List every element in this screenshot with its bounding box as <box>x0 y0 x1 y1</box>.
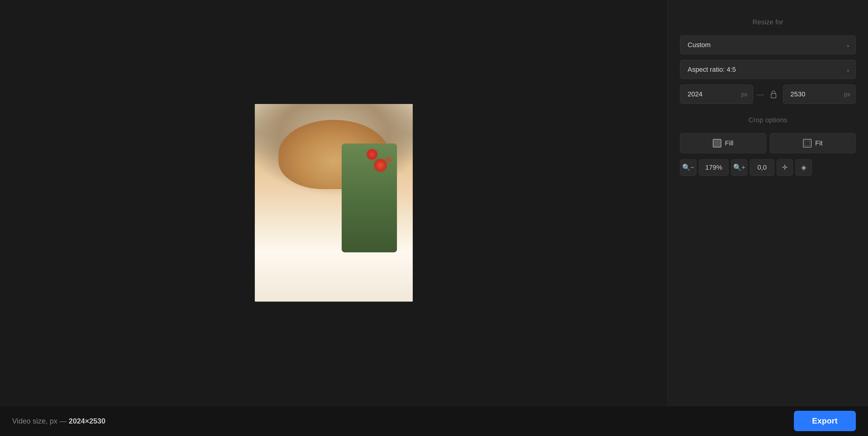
zoom-out-icon: 🔍− <box>682 164 694 172</box>
fill-color-icon: ◈ <box>801 164 806 172</box>
dimension-separator: — <box>757 90 764 98</box>
export-button[interactable]: Export <box>794 411 856 431</box>
photo-content <box>255 104 413 301</box>
canvas-area <box>0 0 668 406</box>
crop-options-label: Crop options <box>680 116 856 124</box>
custom-dropdown-wrapper: Custom Instagram Post Instagram Story Tw… <box>680 35 856 54</box>
fit-button[interactable]: Fit <box>770 133 856 153</box>
move-button[interactable]: ✛ <box>777 159 793 176</box>
aspect-ratio-wrapper: Aspect ratio: 4:5 1:1 16:9 9:16 4:3 3:4 … <box>680 60 856 79</box>
width-input-wrapper: px <box>680 85 753 104</box>
resize-preset-select[interactable]: Custom Instagram Post Instagram Story Tw… <box>680 35 856 54</box>
zoom-in-button[interactable]: 🔍+ <box>731 159 747 176</box>
height-input[interactable] <box>783 85 856 104</box>
image-preview <box>255 104 413 301</box>
controls-row: 🔍− 179% 🔍+ 0,0 ✛ ◈ <box>680 159 856 176</box>
coord-value-display: 0,0 <box>750 159 774 176</box>
width-input[interactable] <box>680 85 753 104</box>
fill-color-button[interactable]: ◈ <box>796 159 812 176</box>
video-size-info: Video size, px — 2024×2530 <box>12 417 105 425</box>
dimension-row: px — px <box>680 85 856 104</box>
svg-rect-0 <box>771 94 776 98</box>
resize-for-label: Resize for <box>680 18 856 26</box>
lock-icon-svg <box>770 89 777 99</box>
status-label: Video size, px <box>12 417 57 425</box>
zoom-value-display: 179% <box>699 159 728 176</box>
zoom-out-button[interactable]: 🔍− <box>680 159 696 176</box>
aspect-ratio-select[interactable]: Aspect ratio: 4:5 1:1 16:9 9:16 4:3 3:4 <box>680 60 856 79</box>
move-icon: ✛ <box>782 164 787 172</box>
status-dimensions: 2024×2530 <box>69 417 105 425</box>
crop-buttons-row: Fill Fit <box>680 133 856 153</box>
fill-icon <box>713 139 721 147</box>
status-bar: Video size, px — 2024×2530 Export <box>0 406 868 436</box>
fit-icon <box>803 139 811 147</box>
fill-button[interactable]: Fill <box>680 133 766 153</box>
fit-label: Fit <box>815 139 823 147</box>
link-dimensions-icon[interactable] <box>768 89 779 99</box>
zoom-in-icon: 🔍+ <box>733 164 745 172</box>
height-input-wrapper: px <box>783 85 856 104</box>
fill-label: Fill <box>725 139 734 147</box>
status-separator: — <box>60 417 69 425</box>
right-panel: Resize for Custom Instagram Post Instagr… <box>668 0 868 406</box>
